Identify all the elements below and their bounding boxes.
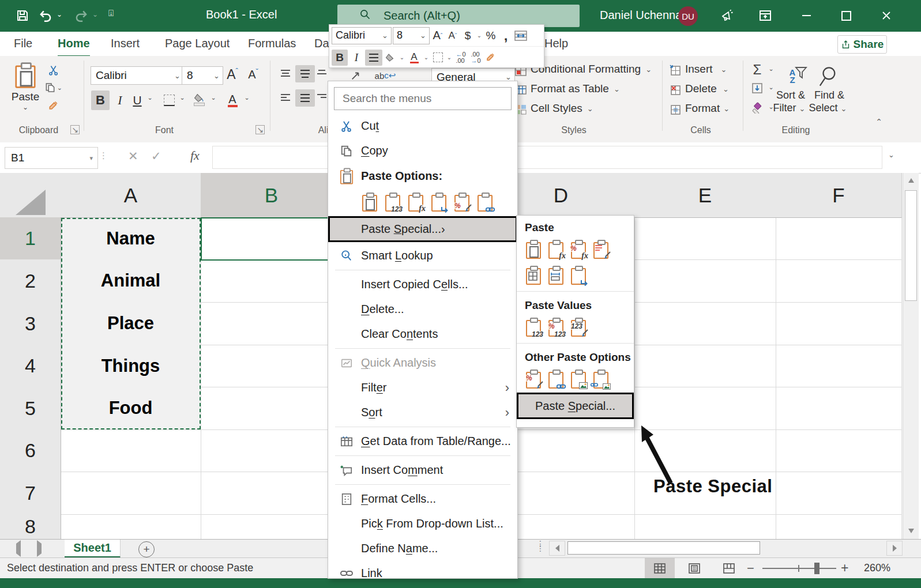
underline-button[interactable]: U: [129, 91, 145, 110]
menu-item-pick-from-dropdown-list[interactable]: Pick From Drop-down List...: [328, 511, 517, 536]
vertical-scroll-thumb[interactable]: [905, 190, 917, 301]
paste-values-icon[interactable]: 123: [525, 318, 542, 337]
undo-dropdown-icon[interactable]: ⌄: [57, 10, 62, 18]
row-header-2[interactable]: 2: [0, 259, 61, 303]
sheet-prev-icon[interactable]: [16, 544, 21, 554]
user-avatar[interactable]: DU: [678, 6, 698, 26]
paste-icon[interactable]: [525, 240, 542, 259]
add-sheet-button[interactable]: +: [138, 541, 155, 557]
page-layout-view-icon[interactable]: [679, 558, 709, 578]
insert-function-icon[interactable]: fx: [190, 148, 200, 163]
fill-icon[interactable]: [749, 80, 766, 96]
menu-item-filter[interactable]: Filter ›: [328, 375, 517, 400]
horizontal-scroll-thumb[interactable]: [567, 541, 760, 555]
clear-icon[interactable]: [749, 100, 766, 116]
close-button[interactable]: [873, 4, 900, 27]
menu-search-box[interactable]: [334, 87, 512, 110]
sheet-tab-sheet1[interactable]: Sheet1: [65, 540, 121, 558]
font-color-dropdown-icon[interactable]: ⌄: [242, 94, 251, 101]
menu-item-format-cells[interactable]: Format Cells...: [328, 487, 517, 511]
row-header-1[interactable]: 1: [0, 217, 61, 260]
clipboard-dialog-launcher[interactable]: ↘: [70, 125, 80, 134]
paste-values-source-formatting-icon[interactable]: 123: [570, 318, 587, 337]
italic-button[interactable]: I: [112, 91, 128, 110]
row-header-5[interactable]: 5: [0, 387, 61, 430]
format-as-table-button[interactable]: Format as Table⌄: [531, 82, 623, 95]
conditional-formatting-button[interactable]: Conditional Formatting⌄: [531, 63, 655, 76]
mini-italic-button[interactable]: I: [349, 50, 364, 66]
cell-styles-button[interactable]: Cell Styles⌄: [531, 102, 596, 115]
paste-linked-picture-icon[interactable]: [592, 370, 610, 389]
decrease-font-icon[interactable]: Aˇ: [243, 65, 263, 84]
column-header-A[interactable]: A: [61, 173, 201, 218]
mini-decrease-font-icon[interactable]: Aˇ: [446, 28, 460, 44]
column-header-E[interactable]: E: [634, 173, 776, 218]
quick-access-toolbar-icon[interactable]: ⍗: [108, 8, 114, 18]
menu-item-sort[interactable]: Sort ›: [328, 400, 517, 425]
align-top-icon[interactable]: [276, 65, 295, 82]
mini-accounting-dropdown-icon[interactable]: ⌄: [476, 28, 483, 44]
menu-search-input[interactable]: [334, 92, 511, 105]
mini-fill-color-icon[interactable]: [384, 50, 397, 66]
align-middle-icon[interactable]: [295, 65, 315, 82]
copy-icon[interactable]: ⌄: [45, 80, 62, 95]
undo-icon[interactable]: [36, 6, 55, 25]
autosum-dropdown-icon[interactable]: ⌄: [767, 65, 775, 73]
menu-item-link[interactable]: Link: [328, 561, 517, 579]
paste-no-borders-icon[interactable]: [525, 266, 542, 285]
scroll-up-icon[interactable]: [903, 173, 919, 188]
font-name-select[interactable]: Calibri⌄: [91, 66, 184, 85]
mini-comma-icon[interactable]: ,: [499, 28, 513, 44]
ribbon-display-options-icon[interactable]: [755, 6, 775, 25]
expand-formula-bar-icon[interactable]: ⌄: [888, 150, 894, 159]
menu-item-define-name[interactable]: Define Name...: [328, 536, 517, 561]
mini-font-color-dropdown-icon[interactable]: ⌄: [423, 50, 430, 66]
align-right-icon[interactable]: [315, 89, 329, 107]
font-size-select[interactable]: 8⌄: [182, 66, 223, 85]
mini-accounting-format-icon[interactable]: $: [461, 28, 475, 44]
mini-increase-decimal-icon[interactable]: .00→0: [469, 50, 483, 66]
page-break-view-icon[interactable]: [714, 558, 744, 578]
formula-input[interactable]: [212, 146, 882, 169]
mini-font-name-select[interactable]: Calibri⌄: [332, 27, 392, 44]
hscroll-right-icon[interactable]: [886, 541, 903, 556]
cell-A4[interactable]: Things: [61, 345, 201, 387]
mini-font-size-select[interactable]: 8⌄: [393, 27, 430, 44]
tab-splitter-handle[interactable]: ⋮⋮: [536, 542, 544, 551]
cut-icon[interactable]: [45, 63, 62, 78]
cell-A5[interactable]: Food: [61, 387, 201, 429]
mini-bold-button[interactable]: B: [332, 50, 348, 66]
row-header-3[interactable]: 3: [0, 302, 61, 345]
row-header-8[interactable]: 8: [0, 514, 61, 540]
menu-item-insert-comment[interactable]: Insert Comment: [328, 458, 517, 483]
menu-item-smart-lookup[interactable]: Smart Lookup: [328, 243, 517, 268]
minimize-button[interactable]: [793, 4, 819, 27]
tab-help[interactable]: Help: [544, 32, 568, 55]
paste-values-icon[interactable]: 123: [384, 193, 401, 212]
bold-button[interactable]: B: [91, 91, 110, 110]
menu-item-insert-copied-cells[interactable]: Insert Copied Cells...: [328, 272, 517, 297]
tab-data[interactable]: Da: [314, 32, 329, 55]
row-header-7[interactable]: 7: [0, 472, 61, 515]
tab-page-layout[interactable]: Page Layout: [165, 32, 230, 55]
find-select-button[interactable]: Find & Select ⌄: [809, 89, 850, 114]
increase-font-icon[interactable]: Aˆ: [223, 65, 242, 84]
paste-button[interactable]: Paste ⌄: [9, 61, 42, 116]
submenu-item-paste-special[interactable]: Paste Special...: [517, 393, 634, 419]
borders-icon[interactable]: [161, 92, 176, 109]
paste-transpose-icon[interactable]: [570, 266, 587, 285]
underline-dropdown-icon[interactable]: ⌄: [145, 94, 155, 101]
borders-dropdown-icon[interactable]: ⌄: [178, 94, 187, 101]
save-icon[interactable]: [13, 6, 32, 25]
select-all-corner[interactable]: [0, 173, 61, 218]
share-button[interactable]: Share: [837, 35, 887, 54]
mini-fill-dropdown-icon[interactable]: ⌄: [399, 50, 405, 66]
zoom-slider-track[interactable]: [762, 568, 836, 569]
column-header-F[interactable]: F: [776, 173, 902, 218]
fill-color-dropdown-icon[interactable]: ⌄: [209, 94, 218, 101]
cell-A1[interactable]: Name: [61, 217, 201, 259]
menu-item-paste-special[interactable]: Paste Special... ›: [328, 216, 517, 242]
paste-transpose-icon[interactable]: [430, 193, 448, 212]
mini-borders-icon[interactable]: [431, 50, 445, 66]
paste-values-number-formatting-icon[interactable]: %123: [547, 318, 565, 337]
